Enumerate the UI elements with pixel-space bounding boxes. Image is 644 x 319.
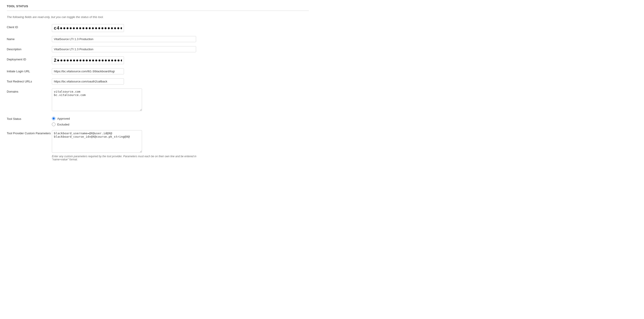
- client-id-input[interactable]: [52, 24, 124, 32]
- section-subtitle: The following fields are read-only, but …: [7, 15, 309, 19]
- tool-redirect-urls-input[interactable]: [52, 78, 124, 84]
- initiate-login-url-row: Initiate Login URL: [7, 68, 309, 74]
- deployment-id-label: Deployment ID: [7, 56, 52, 61]
- tool-status-field: Approved Excluded: [52, 116, 210, 126]
- domains-label: Domains: [7, 88, 52, 93]
- custom-parameters-field: blackboard_username=@X@user.id@X@ blackb…: [52, 130, 210, 161]
- deployment-id-field: [52, 56, 210, 64]
- tool-status-radio-group: Approved Excluded: [52, 116, 210, 126]
- name-field: [52, 36, 210, 42]
- tool-redirect-urls-label: Tool Redirect URLs: [7, 78, 52, 83]
- name-input[interactable]: [52, 36, 196, 42]
- tool-status-approved-label: Approved: [57, 117, 70, 120]
- tool-status-excluded-label: Excluded: [57, 123, 69, 126]
- custom-parameters-help-text: Enter any custom parameters required by …: [52, 155, 210, 161]
- initiate-login-url-input[interactable]: [52, 68, 124, 74]
- section-title: TOOL STATUS: [7, 4, 309, 11]
- description-field: [52, 46, 210, 52]
- custom-parameters-label: Tool Provider Custom Parameters: [7, 130, 52, 135]
- name-label: Name: [7, 36, 52, 41]
- custom-parameters-textarea[interactable]: blackboard_username=@X@user.id@X@ blackb…: [52, 130, 142, 153]
- tool-status-excluded-option[interactable]: Excluded: [52, 123, 210, 126]
- description-row: Description: [7, 46, 309, 52]
- initiate-login-url-field: [52, 68, 210, 74]
- initiate-login-url-label: Initiate Login URL: [7, 68, 52, 73]
- description-input[interactable]: [52, 46, 196, 52]
- domains-textarea[interactable]: vitalsource.com bc.vitalsource.com: [52, 88, 142, 111]
- tool-status-excluded-radio[interactable]: [52, 123, 56, 126]
- tool-redirect-urls-field: [52, 78, 210, 84]
- custom-parameters-row: Tool Provider Custom Parameters blackboa…: [7, 130, 309, 161]
- client-id-row: Client ID: [7, 24, 309, 32]
- domains-field: vitalsource.com bc.vitalsource.com: [52, 88, 210, 112]
- tool-status-approved-option[interactable]: Approved: [52, 117, 210, 120]
- tool-status-row: Tool Status Approved Excluded: [7, 116, 309, 126]
- client-id-field: [52, 24, 210, 32]
- domains-row: Domains vitalsource.com bc.vitalsource.c…: [7, 88, 309, 112]
- name-row: Name: [7, 36, 309, 42]
- deployment-id-row: Deployment ID: [7, 56, 309, 64]
- tool-redirect-urls-row: Tool Redirect URLs: [7, 78, 309, 84]
- client-id-label: Client ID: [7, 24, 52, 29]
- description-label: Description: [7, 46, 52, 51]
- tool-status-label: Tool Status: [7, 116, 52, 120]
- tool-status-approved-radio[interactable]: [52, 117, 56, 120]
- deployment-id-input[interactable]: [52, 56, 124, 64]
- page-container: TOOL STATUS The following fields are rea…: [0, 0, 316, 170]
